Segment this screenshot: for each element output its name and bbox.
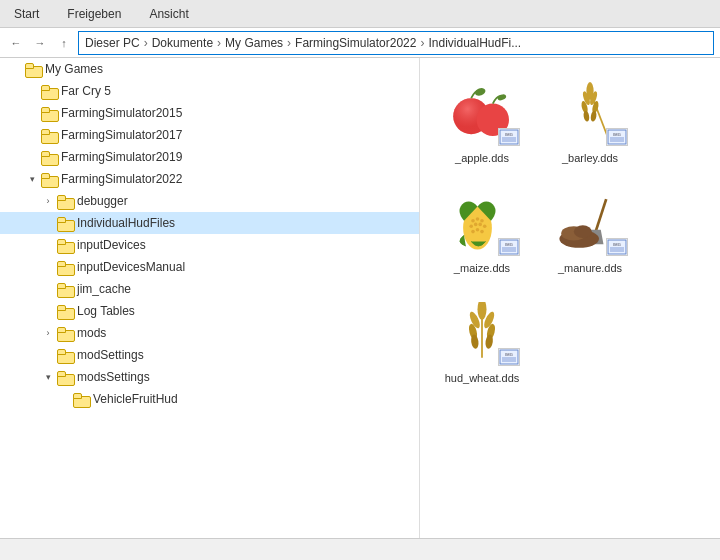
address-path[interactable]: Dieser PC › Dokumente › My Games › Farmi… [78,31,714,55]
svg-point-25 [478,223,482,227]
tree-expander-vehicle-fruit-hud [56,388,72,410]
nav-up-button[interactable]: ↑ [54,33,74,53]
svg-rect-38 [610,247,624,252]
folder-icon-fs2019 [40,149,58,165]
tree-panel: My GamesFar Cry 5FarmingSimulator2015Far… [0,58,420,538]
tree-item-mods-settings[interactable]: ▾modsSettings [0,366,419,388]
svg-rect-49 [502,357,516,362]
path-fs2022[interactable]: FarmingSimulator2022 [295,36,416,50]
nav-forward-button[interactable]: → [30,33,50,53]
tree-label-fs2015: FarmingSimulator2015 [61,106,182,120]
folder-icon-far-cry-5 [40,83,58,99]
tree-label-individual-hud-files: IndividualHudFiles [77,216,175,230]
tree-item-fs2019[interactable]: FarmingSimulator2019 [0,146,419,168]
file-thumb-apple: IMG [442,78,522,148]
tree-expander-mods[interactable]: › [40,322,56,344]
path-dieser-pc[interactable]: Dieser PC [85,36,140,50]
folder-icon-vehicle-fruit-hud [72,391,90,407]
tree-item-mod-settings[interactable]: modSettings [0,344,419,366]
path-sep-4: › [420,36,424,50]
tree-label-fs2017: FarmingSimulator2017 [61,128,182,142]
tree-expander-far-cry-5 [24,80,40,102]
tree-item-individual-hud-files[interactable]: IndividualHudFiles [0,212,419,234]
tree-expander-mod-settings [40,344,56,366]
svg-point-29 [480,230,484,234]
tree-item-fs2015[interactable]: FarmingSimulator2015 [0,102,419,124]
tree-label-jim-cache: jim_cache [77,282,131,296]
file-label-wheat: hud_wheat.dds [445,372,520,384]
svg-point-28 [476,228,480,232]
folder-icon-individual-hud-files [56,215,74,231]
path-individualhud[interactable]: IndividualHudFi... [428,36,521,50]
folder-icon-my-games [24,61,42,77]
tree-expander-log-tables [40,300,56,322]
svg-point-21 [476,217,480,221]
content-panel: IMG _apple.dds IMG _barley.dds IMG _maiz [420,58,720,538]
path-sep-2: › [217,36,221,50]
dds-badge-wheat: IMG [498,348,520,366]
svg-point-22 [480,219,484,223]
tree-label-input-devices-manual: inputDevicesManual [77,260,185,274]
menu-start[interactable]: Start [8,5,45,23]
svg-text:IMG: IMG [505,352,513,357]
tree-item-debugger[interactable]: ›debugger [0,190,419,212]
dds-badge-manure: IMG [606,238,628,256]
svg-point-27 [471,230,475,234]
file-label-maize: _maize.dds [454,262,510,274]
file-thumb-barley: IMG [550,78,630,148]
dds-badge-apple: IMG [498,128,520,146]
tree-label-my-games: My Games [45,62,103,76]
tree-item-vehicle-fruit-hud[interactable]: VehicleFruitHud [0,388,419,410]
svg-point-15 [590,110,597,122]
file-item-apple[interactable]: IMG _apple.dds [432,70,532,172]
tree-item-mods[interactable]: ›mods [0,322,419,344]
nav-back-button[interactable]: ← [6,33,26,53]
tree-expander-my-games [8,58,24,80]
tree-label-vehicle-fruit-hud: VehicleFruitHud [93,392,178,406]
tree-item-input-devices-manual[interactable]: inputDevicesManual [0,256,419,278]
tree-item-log-tables[interactable]: Log Tables [0,300,419,322]
tree-item-jim-cache[interactable]: jim_cache [0,278,419,300]
folder-icon-fs2017 [40,127,58,143]
tree-item-input-devices[interactable]: inputDevices [0,234,419,256]
file-item-wheat[interactable]: IMG hud_wheat.dds [432,290,532,392]
svg-text:IMG: IMG [613,242,621,247]
svg-point-24 [474,223,478,227]
svg-point-23 [469,224,473,228]
svg-point-14 [583,110,590,122]
menu-ansicht[interactable]: Ansicht [143,5,194,23]
tree-label-far-cry-5: Far Cry 5 [61,84,111,98]
menu-freigeben[interactable]: Freigeben [61,5,127,23]
folder-icon-jim-cache [56,281,74,297]
file-item-maize[interactable]: IMG _maize.dds [432,180,532,282]
main-content: My GamesFar Cry 5FarmingSimulator2015Far… [0,58,720,538]
tree-item-far-cry-5[interactable]: Far Cry 5 [0,80,419,102]
tree-expander-fs2015 [24,102,40,124]
folder-icon-fs2022 [40,171,58,187]
svg-rect-17 [610,137,624,142]
tree-item-my-games[interactable]: My Games [0,58,419,80]
file-item-barley[interactable]: IMG _barley.dds [540,70,640,172]
file-item-manure[interactable]: IMG _manure.dds [540,180,640,282]
tree-label-log-tables: Log Tables [77,304,135,318]
tree-label-fs2019: FarmingSimulator2019 [61,150,182,164]
svg-point-41 [478,302,487,320]
tree-expander-individual-hud-files [40,212,56,234]
tree-expander-jim-cache [40,278,56,300]
folder-icon-mods-settings [56,369,74,385]
tree-label-mods-settings: modsSettings [77,370,150,384]
svg-point-2 [474,87,487,97]
tree-label-mod-settings: modSettings [77,348,144,362]
tree-expander-fs2019 [24,146,40,168]
path-dokumente[interactable]: Dokumente [152,36,213,50]
tree-label-input-devices: inputDevices [77,238,146,252]
tree-expander-debugger[interactable]: › [40,190,56,212]
tree-expander-mods-settings[interactable]: ▾ [40,366,56,388]
tree-expander-fs2022[interactable]: ▾ [24,168,40,190]
svg-text:IMG: IMG [613,132,621,137]
path-mygames[interactable]: My Games [225,36,283,50]
dds-badge-maize: IMG [498,238,520,256]
folder-icon-input-devices [56,237,74,253]
tree-item-fs2017[interactable]: FarmingSimulator2017 [0,124,419,146]
tree-item-fs2022[interactable]: ▾FarmingSimulator2022 [0,168,419,190]
